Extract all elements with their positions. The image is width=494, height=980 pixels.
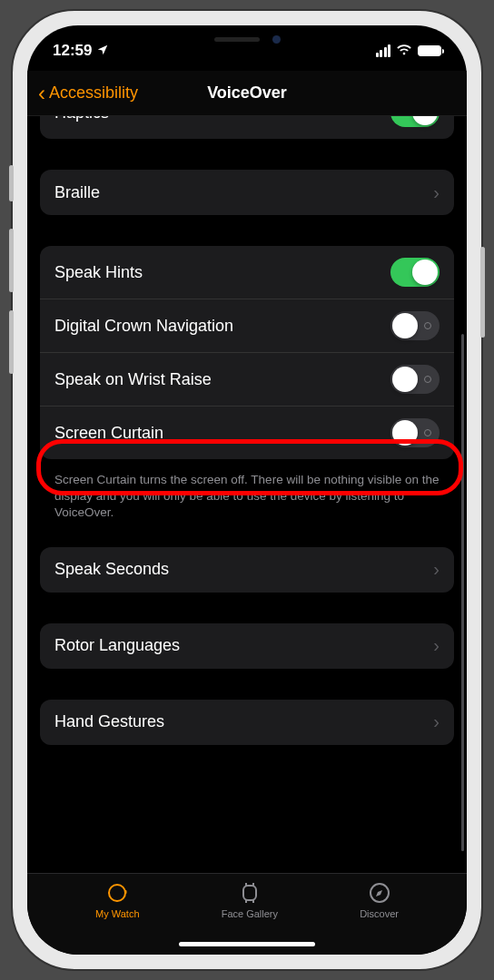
row-digital-crown-navigation[interactable]: Digital Crown Navigation [40, 299, 454, 352]
phone-frame: 12:59 ‹ Accessibility [11, 9, 483, 971]
battery-icon [418, 45, 441, 56]
back-button[interactable]: ‹ Accessibility [38, 83, 138, 104]
row-speak-hints[interactable]: Speak Hints [40, 246, 454, 299]
watch-face-icon [238, 881, 262, 905]
row-hand-gestures[interactable]: Hand Gestures › [40, 700, 454, 745]
front-camera [272, 35, 281, 44]
cellular-signal-icon [376, 44, 391, 57]
volume-up-button [9, 229, 14, 292]
navigation-bar: ‹ Accessibility VoiceOver [27, 71, 467, 116]
status-time: 12:59 [53, 42, 92, 60]
tab-label: My Watch [95, 908, 140, 919]
toggle-screen-curtain[interactable] [390, 418, 440, 447]
row-label: Screen Curtain [54, 424, 390, 443]
back-label: Accessibility [49, 83, 138, 103]
row-braille[interactable]: Braille › [40, 170, 454, 215]
footer-screen-curtain: Screen Curtain turns the screen off. The… [40, 465, 454, 522]
chevron-right-icon: › [433, 182, 440, 203]
scroll-indicator [461, 334, 464, 851]
row-label: Speak Hints [54, 263, 390, 282]
mute-switch [9, 165, 14, 201]
row-label: Rotor Languages [54, 636, 433, 655]
toggle-wrist-raise[interactable] [390, 365, 440, 394]
tab-my-watch[interactable]: My Watch [95, 881, 140, 955]
row-speak-on-wrist-raise[interactable]: Speak on Wrist Raise [40, 352, 454, 406]
row-label: Digital Crown Navigation [54, 317, 390, 336]
home-indicator[interactable] [179, 942, 315, 946]
toggle-speak-hints[interactable] [390, 258, 440, 287]
svg-rect-2 [243, 886, 256, 900]
wifi-icon [396, 44, 412, 59]
side-button [480, 247, 485, 338]
tab-label: Face Gallery [222, 908, 278, 919]
row-label: Haptics [54, 116, 390, 122]
toggle-digital-crown[interactable] [390, 311, 440, 340]
watch-icon [105, 881, 129, 905]
compass-icon [368, 881, 391, 905]
settings-list[interactable]: Haptics Braille › Speak Hints [27, 116, 467, 873]
svg-rect-1 [125, 890, 127, 894]
location-icon [96, 44, 109, 59]
row-screen-curtain[interactable]: Screen Curtain [40, 406, 454, 459]
volume-down-button [9, 310, 14, 374]
screen: 12:59 ‹ Accessibility [27, 25, 467, 955]
chevron-right-icon: › [433, 635, 440, 656]
chevron-right-icon: › [433, 559, 440, 580]
toggle-haptics[interactable] [390, 116, 440, 127]
row-label: Hand Gestures [54, 712, 433, 731]
row-rotor-languages[interactable]: Rotor Languages › [40, 623, 454, 669]
row-label: Speak on Wrist Raise [54, 370, 390, 389]
chevron-right-icon: › [433, 711, 440, 732]
row-haptics[interactable]: Haptics [40, 116, 454, 139]
chevron-left-icon: ‹ [38, 83, 45, 104]
notch [156, 25, 338, 53]
row-label: Speak Seconds [54, 560, 433, 579]
row-label: Braille [54, 183, 433, 202]
row-speak-seconds[interactable]: Speak Seconds › [40, 547, 454, 593]
tab-label: Discover [360, 908, 399, 919]
svg-point-0 [109, 885, 125, 901]
tab-discover[interactable]: Discover [360, 881, 399, 955]
page-title: VoiceOver [207, 83, 287, 103]
speaker-grille [214, 37, 260, 42]
